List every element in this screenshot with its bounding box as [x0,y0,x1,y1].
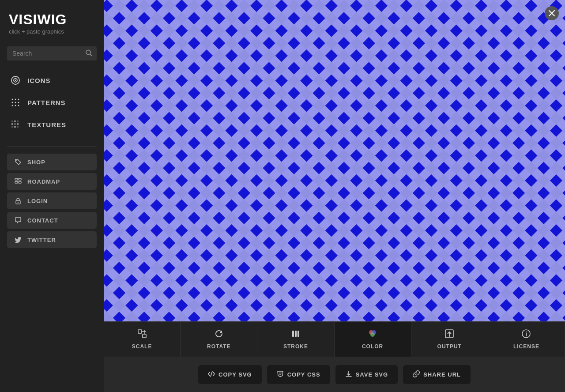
sidebar-item-shop[interactable]: SHOP [7,154,97,170]
copy-svg-button[interactable]: COPY SVG [198,365,262,384]
dots-grid-icon [11,98,20,107]
svg-rect-16 [17,121,19,122]
share-url-button[interactable]: SHARE URL [403,365,471,384]
sidebar-item-patterns[interactable]: PATTERNS [0,91,104,113]
svg-rect-19 [17,123,19,125]
copy-css-label: COPY CSS [287,371,320,378]
logo-area: VISIWIG click + paste graphics [0,0,104,42]
svg-point-9 [15,102,16,103]
svg-rect-18 [14,123,16,125]
svg-point-23 [16,160,17,161]
toolbar-color[interactable]: COLOR [335,322,411,357]
toolbar-scale[interactable]: SCALE [104,322,181,357]
download-icon [345,370,352,379]
svg-point-46 [370,332,375,337]
link-icon [413,370,420,379]
svg-point-4 [15,80,16,81]
svg-point-8 [12,102,13,103]
nav-divider [7,146,97,147]
svg-rect-20 [11,126,13,128]
main-nav: ICONS PATTERNS [0,69,104,143]
svg-point-5 [12,99,13,100]
svg-point-12 [15,105,16,106]
search-input[interactable] [7,46,97,60]
scale-label: SCALE [132,343,152,350]
output-label: OUTPUT [437,343,462,350]
save-svg-label: SAVE SVG [356,371,388,378]
roadmap-label: ROADMAP [27,178,60,185]
sidebar-item-login[interactable]: LOGIN [7,192,97,209]
svg-rect-42 [295,331,297,337]
svg-rect-38 [143,334,146,338]
copy-svg-label: COPY SVG [218,371,252,378]
toolbar: SCALE ROTATE STROKE [104,321,565,357]
output-icon [444,329,454,341]
svg-rect-43 [298,331,299,337]
app-title: VISIWIG [9,12,95,26]
toolbar-stroke[interactable]: STROKE [257,322,334,357]
sidebar-item-textures[interactable]: TEXTURES [0,113,104,136]
close-icon [549,10,555,16]
toolbar-output[interactable]: OUTPUT [411,322,488,357]
svg-rect-22 [17,126,19,128]
share-url-label: SHARE URL [423,371,461,378]
chat-icon [14,216,22,224]
copy-css-button[interactable]: COPY CSS [267,365,330,384]
stroke-icon [291,329,301,341]
sidebar-item-contact[interactable]: CONTACT [7,212,97,229]
twitter-icon [14,236,22,244]
svg-line-52 [211,371,212,377]
svg-point-7 [18,99,19,100]
toolbar-rotate[interactable]: ROTATE [181,322,257,357]
stroke-label: STROKE [283,343,308,350]
search-icon-button[interactable] [85,49,92,58]
rotate-icon [214,329,224,341]
sidebar-item-label-textures: TEXTURES [27,121,66,128]
save-svg-button[interactable]: SAVE SVG [335,365,398,384]
contact-label: CONTACT [27,217,58,224]
gingham-pattern [104,0,565,321]
svg-rect-15 [14,121,16,122]
sidebar-item-label-patterns: PATTERNS [27,99,66,106]
color-label: COLOR [362,343,383,350]
svg-rect-27 [19,181,21,183]
search-container [7,46,97,60]
sidebar-item-roadmap[interactable]: ROADMAP [7,173,97,190]
close-button[interactable] [545,6,559,20]
search-icon [85,49,92,57]
svg-point-51 [526,332,527,332]
shop-label: SHOP [27,159,45,166]
svg-point-10 [18,102,19,103]
css-icon [277,370,284,379]
sidebar-item-label-icons: ICONS [27,77,51,84]
svg-rect-24 [15,178,18,180]
roadmap-icon [14,177,22,185]
svg-rect-26 [15,181,18,183]
bottom-panel: COPY SVG COPY CSS SAVE SVG [104,357,565,392]
lock-icon [14,197,22,205]
license-label: LICENSE [513,343,539,350]
color-icon [368,329,377,341]
svg-point-11 [12,105,13,106]
license-icon [521,329,531,341]
sidebar-item-twitter[interactable]: TWITTER [7,231,97,248]
sidebar: VISIWIG click + paste graphics ICONS [0,0,104,392]
twitter-label: TWITTER [27,237,56,243]
svg-rect-41 [292,331,294,337]
scale-icon [137,329,147,341]
svg-point-6 [15,99,16,100]
svg-rect-37 [138,330,142,333]
svg-point-13 [18,105,19,106]
svg-point-29 [18,202,19,203]
rotate-label: ROTATE [207,343,231,350]
sidebar-item-icons[interactable]: ICONS [0,69,104,91]
toolbar-license[interactable]: LICENSE [488,322,565,357]
login-label: LOGIN [27,198,48,204]
svg-rect-17 [11,123,13,125]
svg-rect-25 [19,178,21,180]
tag-icon [14,158,22,166]
svg-line-1 [90,54,92,56]
svg-rect-34 [104,0,565,321]
canvas-area [104,0,565,321]
svg-rect-21 [14,126,16,128]
